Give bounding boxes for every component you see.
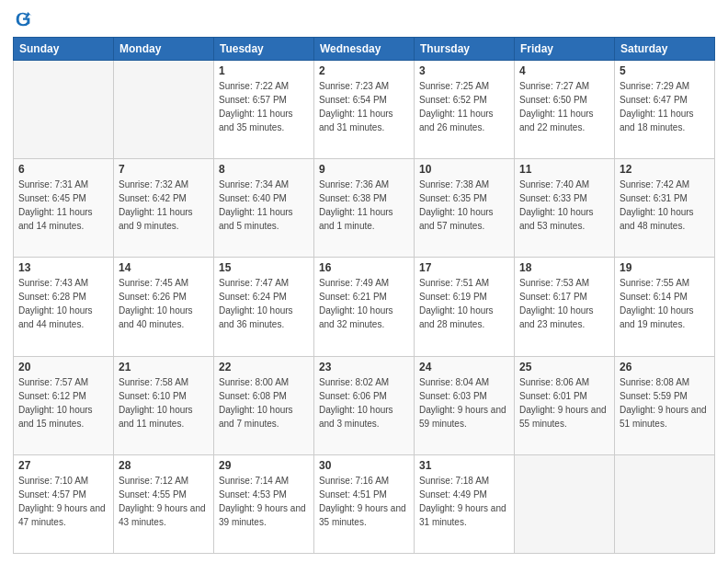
day-info: Sunrise: 7:42 AMSunset: 6:31 PMDaylight:… bbox=[620, 178, 710, 233]
week-row-1: 6Sunrise: 7:31 AMSunset: 6:45 PMDaylight… bbox=[14, 159, 715, 258]
day-number: 19 bbox=[620, 261, 710, 274]
weekday-header-row: SundayMondayTuesdayWednesdayThursdayFrid… bbox=[14, 38, 715, 61]
calendar-cell: 6Sunrise: 7:31 AMSunset: 6:45 PMDaylight… bbox=[14, 159, 114, 258]
day-info: Sunrise: 8:08 AMSunset: 5:59 PMDaylight:… bbox=[620, 375, 710, 431]
calendar-cell: 18Sunrise: 7:53 AMSunset: 6:17 PMDayligh… bbox=[515, 258, 615, 356]
day-number: 26 bbox=[620, 361, 710, 373]
day-number: 5 bbox=[620, 64, 710, 77]
day-number: 17 bbox=[419, 261, 509, 274]
day-info: Sunrise: 7:55 AMSunset: 6:14 PMDaylight:… bbox=[620, 276, 710, 331]
day-info: Sunrise: 8:00 AMSunset: 6:08 PMDaylight:… bbox=[219, 375, 309, 431]
calendar-cell bbox=[114, 61, 214, 159]
calendar-table: SundayMondayTuesdayWednesdayThursdayFrid… bbox=[13, 37, 715, 554]
calendar-cell: 19Sunrise: 7:55 AMSunset: 6:14 PMDayligh… bbox=[615, 258, 715, 356]
calendar-cell: 5Sunrise: 7:29 AMSunset: 6:47 PMDaylight… bbox=[615, 61, 715, 159]
day-info: Sunrise: 7:53 AMSunset: 6:17 PMDaylight:… bbox=[519, 276, 609, 331]
day-info: Sunrise: 7:29 AMSunset: 6:47 PMDaylight:… bbox=[620, 79, 710, 134]
day-number: 24 bbox=[419, 361, 509, 373]
day-number: 18 bbox=[519, 261, 609, 274]
calendar-cell: 31Sunrise: 7:18 AMSunset: 4:49 PMDayligh… bbox=[415, 454, 515, 553]
calendar-cell: 4Sunrise: 7:27 AMSunset: 6:50 PMDaylight… bbox=[515, 61, 615, 159]
day-number: 2 bbox=[319, 64, 409, 77]
weekday-header-thursday: Thursday bbox=[415, 38, 515, 61]
day-number: 12 bbox=[620, 163, 710, 176]
calendar-cell: 17Sunrise: 7:51 AMSunset: 6:19 PMDayligh… bbox=[415, 258, 515, 356]
calendar-cell: 28Sunrise: 7:12 AMSunset: 4:55 PMDayligh… bbox=[114, 454, 214, 553]
day-number: 30 bbox=[319, 459, 409, 472]
calendar-cell: 25Sunrise: 8:06 AMSunset: 6:01 PMDayligh… bbox=[515, 356, 615, 454]
day-number: 14 bbox=[119, 261, 209, 274]
day-info: Sunrise: 7:25 AMSunset: 6:52 PMDaylight:… bbox=[419, 79, 509, 134]
day-info: Sunrise: 8:02 AMSunset: 6:06 PMDaylight:… bbox=[319, 375, 409, 431]
header bbox=[13, 9, 715, 29]
day-number: 25 bbox=[519, 361, 609, 373]
calendar-cell: 7Sunrise: 7:32 AMSunset: 6:42 PMDaylight… bbox=[114, 159, 214, 258]
week-row-4: 27Sunrise: 7:10 AMSunset: 4:57 PMDayligh… bbox=[14, 454, 715, 553]
day-number: 29 bbox=[219, 459, 309, 472]
calendar-cell: 11Sunrise: 7:40 AMSunset: 6:33 PMDayligh… bbox=[515, 159, 615, 258]
week-row-0: 1Sunrise: 7:22 AMSunset: 6:57 PMDaylight… bbox=[14, 61, 715, 159]
day-number: 10 bbox=[419, 163, 509, 176]
calendar-cell: 14Sunrise: 7:45 AMSunset: 6:26 PMDayligh… bbox=[114, 258, 214, 356]
day-number: 6 bbox=[18, 163, 108, 176]
calendar-cell: 21Sunrise: 7:58 AMSunset: 6:10 PMDayligh… bbox=[114, 356, 214, 454]
calendar-cell bbox=[515, 454, 615, 553]
day-number: 8 bbox=[219, 163, 309, 176]
calendar-cell: 20Sunrise: 7:57 AMSunset: 6:12 PMDayligh… bbox=[14, 356, 114, 454]
calendar-cell: 8Sunrise: 7:34 AMSunset: 6:40 PMDaylight… bbox=[214, 159, 314, 258]
weekday-header-friday: Friday bbox=[515, 38, 615, 61]
logo-icon bbox=[13, 9, 33, 29]
weekday-header-monday: Monday bbox=[114, 38, 214, 61]
day-info: Sunrise: 7:32 AMSunset: 6:42 PMDaylight:… bbox=[119, 178, 209, 233]
day-info: Sunrise: 7:31 AMSunset: 6:45 PMDaylight:… bbox=[18, 178, 108, 233]
day-number: 16 bbox=[319, 261, 409, 274]
day-info: Sunrise: 7:10 AMSunset: 4:57 PMDaylight:… bbox=[18, 474, 108, 529]
calendar-cell bbox=[14, 61, 114, 159]
weekday-header-sunday: Sunday bbox=[14, 38, 114, 61]
day-number: 13 bbox=[18, 261, 108, 274]
day-number: 23 bbox=[319, 361, 409, 373]
calendar-cell: 16Sunrise: 7:49 AMSunset: 6:21 PMDayligh… bbox=[314, 258, 415, 356]
day-info: Sunrise: 7:49 AMSunset: 6:21 PMDaylight:… bbox=[319, 276, 409, 331]
day-info: Sunrise: 7:57 AMSunset: 6:12 PMDaylight:… bbox=[18, 375, 108, 431]
day-number: 1 bbox=[219, 64, 309, 77]
page: SundayMondayTuesdayWednesdayThursdayFrid… bbox=[0, 0, 728, 563]
calendar-cell: 27Sunrise: 7:10 AMSunset: 4:57 PMDayligh… bbox=[14, 454, 114, 553]
calendar-cell: 2Sunrise: 7:23 AMSunset: 6:54 PMDaylight… bbox=[314, 61, 415, 159]
day-info: Sunrise: 7:38 AMSunset: 6:35 PMDaylight:… bbox=[419, 178, 509, 233]
day-info: Sunrise: 7:40 AMSunset: 6:33 PMDaylight:… bbox=[519, 178, 609, 233]
calendar-cell: 1Sunrise: 7:22 AMSunset: 6:57 PMDaylight… bbox=[214, 61, 314, 159]
day-number: 3 bbox=[419, 64, 509, 77]
calendar-cell: 23Sunrise: 8:02 AMSunset: 6:06 PMDayligh… bbox=[314, 356, 415, 454]
day-info: Sunrise: 7:34 AMSunset: 6:40 PMDaylight:… bbox=[219, 178, 309, 233]
day-info: Sunrise: 8:04 AMSunset: 6:03 PMDaylight:… bbox=[419, 375, 509, 431]
day-number: 21 bbox=[119, 361, 209, 373]
day-info: Sunrise: 7:47 AMSunset: 6:24 PMDaylight:… bbox=[219, 276, 309, 331]
day-info: Sunrise: 7:14 AMSunset: 4:53 PMDaylight:… bbox=[219, 474, 309, 529]
week-row-3: 20Sunrise: 7:57 AMSunset: 6:12 PMDayligh… bbox=[14, 356, 715, 454]
day-number: 28 bbox=[119, 459, 209, 472]
calendar-cell bbox=[615, 454, 715, 553]
day-info: Sunrise: 8:06 AMSunset: 6:01 PMDaylight:… bbox=[519, 375, 609, 431]
calendar-cell: 10Sunrise: 7:38 AMSunset: 6:35 PMDayligh… bbox=[415, 159, 515, 258]
day-info: Sunrise: 7:16 AMSunset: 4:51 PMDaylight:… bbox=[319, 474, 409, 529]
day-number: 20 bbox=[18, 361, 108, 373]
day-number: 7 bbox=[119, 163, 209, 176]
calendar-cell: 24Sunrise: 8:04 AMSunset: 6:03 PMDayligh… bbox=[415, 356, 515, 454]
week-row-2: 13Sunrise: 7:43 AMSunset: 6:28 PMDayligh… bbox=[14, 258, 715, 356]
day-info: Sunrise: 7:36 AMSunset: 6:38 PMDaylight:… bbox=[319, 178, 409, 233]
day-info: Sunrise: 7:23 AMSunset: 6:54 PMDaylight:… bbox=[319, 79, 409, 134]
calendar-cell: 30Sunrise: 7:16 AMSunset: 4:51 PMDayligh… bbox=[314, 454, 415, 553]
calendar-cell: 13Sunrise: 7:43 AMSunset: 6:28 PMDayligh… bbox=[14, 258, 114, 356]
calendar-cell: 9Sunrise: 7:36 AMSunset: 6:38 PMDaylight… bbox=[314, 159, 415, 258]
calendar-cell: 26Sunrise: 8:08 AMSunset: 5:59 PMDayligh… bbox=[615, 356, 715, 454]
day-number: 9 bbox=[319, 163, 409, 176]
calendar-cell: 3Sunrise: 7:25 AMSunset: 6:52 PMDaylight… bbox=[415, 61, 515, 159]
day-info: Sunrise: 7:58 AMSunset: 6:10 PMDaylight:… bbox=[119, 375, 209, 431]
weekday-header-saturday: Saturday bbox=[615, 38, 715, 61]
day-info: Sunrise: 7:18 AMSunset: 4:49 PMDaylight:… bbox=[419, 474, 509, 529]
day-number: 27 bbox=[18, 459, 108, 472]
day-number: 11 bbox=[519, 163, 609, 176]
day-number: 22 bbox=[219, 361, 309, 373]
calendar-cell: 15Sunrise: 7:47 AMSunset: 6:24 PMDayligh… bbox=[214, 258, 314, 356]
